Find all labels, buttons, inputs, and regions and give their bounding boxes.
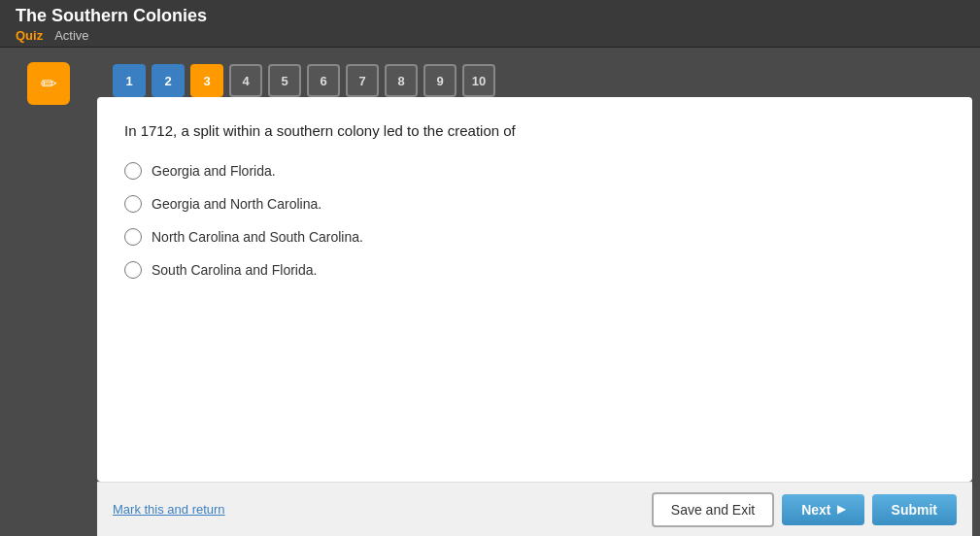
quiz-label: Quiz: [16, 28, 43, 43]
bottom-buttons: Save and Exit Next Submit: [652, 492, 957, 527]
tab-10[interactable]: 10: [462, 64, 495, 97]
answer-label-b: Georgia and North Carolina.: [152, 196, 321, 212]
tab-1[interactable]: 1: [113, 64, 146, 97]
question-text: In 1712, a split within a southern colon…: [124, 120, 945, 143]
radio-d[interactable]: [124, 261, 142, 279]
tab-7[interactable]: 7: [346, 64, 379, 97]
tab-6[interactable]: 6: [307, 64, 340, 97]
answer-option-a[interactable]: Georgia and Florida.: [124, 162, 945, 180]
tab-4[interactable]: 4: [229, 64, 262, 97]
answer-option-d[interactable]: South Carolina and Florida.: [124, 261, 945, 279]
tab-3[interactable]: 3: [190, 64, 223, 97]
answer-label-a: Georgia and Florida.: [152, 163, 276, 179]
pencil-button[interactable]: ✏: [27, 62, 70, 105]
pencil-icon: ✏: [41, 72, 57, 95]
next-button[interactable]: Next: [782, 494, 863, 525]
answer-label-d: South Carolina and Florida.: [152, 262, 317, 278]
submit-button[interactable]: Submit: [872, 494, 957, 525]
answer-option-b[interactable]: Georgia and North Carolina.: [124, 195, 945, 213]
answer-option-c[interactable]: North Carolina and South Carolina.: [124, 228, 945, 246]
content-area: In 1712, a split within a southern colon…: [97, 97, 972, 482]
mark-return-button[interactable]: Mark this and return: [113, 502, 225, 517]
radio-a[interactable]: [124, 162, 142, 180]
status-badge: Active: [54, 28, 88, 43]
save-exit-button[interactable]: Save and Exit: [652, 492, 774, 527]
tab-2[interactable]: 2: [152, 64, 185, 97]
quiz-title: The Southern Colonies: [16, 6, 964, 26]
top-bar: The Southern Colonies Quiz Active: [0, 0, 980, 48]
radio-b[interactable]: [124, 195, 142, 213]
quiz-meta: Quiz Active: [16, 28, 964, 43]
tab-8[interactable]: 8: [385, 64, 418, 97]
tab-5[interactable]: 5: [268, 64, 301, 97]
answer-label-c: North Carolina and South Carolina.: [152, 229, 363, 245]
left-sidebar: ✏: [0, 54, 97, 105]
tab-9[interactable]: 9: [423, 64, 456, 97]
radio-c[interactable]: [124, 228, 142, 246]
bottom-bar: Mark this and return Save and Exit Next …: [97, 482, 972, 536]
